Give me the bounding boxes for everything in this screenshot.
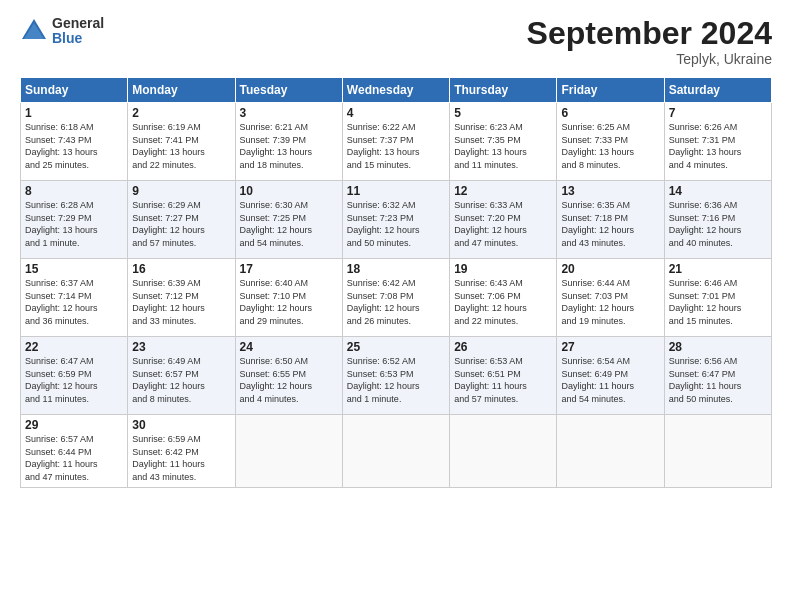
- day-number: 30: [132, 418, 230, 432]
- day-number: 6: [561, 106, 659, 120]
- day-info: Sunrise: 6:23 AMSunset: 7:35 PMDaylight:…: [454, 121, 552, 171]
- calendar-cell-1-2: 2Sunrise: 6:19 AMSunset: 7:41 PMDaylight…: [128, 103, 235, 181]
- day-number: 18: [347, 262, 445, 276]
- day-number: 10: [240, 184, 338, 198]
- day-number: 14: [669, 184, 767, 198]
- location-subtitle: Teplyk, Ukraine: [527, 51, 772, 67]
- day-info: Sunrise: 6:37 AMSunset: 7:14 PMDaylight:…: [25, 277, 123, 327]
- calendar-cell-5-6: [557, 415, 664, 487]
- day-number: 16: [132, 262, 230, 276]
- calendar-cell-3-6: 20Sunrise: 6:44 AMSunset: 7:03 PMDayligh…: [557, 259, 664, 337]
- day-info: Sunrise: 6:52 AMSunset: 6:53 PMDaylight:…: [347, 355, 445, 405]
- header: General Blue September 2024 Teplyk, Ukra…: [20, 16, 772, 67]
- weekday-header-row: Sunday Monday Tuesday Wednesday Thursday…: [21, 78, 772, 103]
- calendar-row-1: 1Sunrise: 6:18 AMSunset: 7:43 PMDaylight…: [21, 103, 772, 181]
- day-number: 26: [454, 340, 552, 354]
- calendar-cell-3-1: 15Sunrise: 6:37 AMSunset: 7:14 PMDayligh…: [21, 259, 128, 337]
- calendar-cell-5-3: [235, 415, 342, 487]
- calendar-cell-1-4: 4Sunrise: 6:22 AMSunset: 7:37 PMDaylight…: [342, 103, 449, 181]
- day-info: Sunrise: 6:32 AMSunset: 7:23 PMDaylight:…: [347, 199, 445, 249]
- logo-general-text: General: [52, 16, 104, 31]
- calendar-table: Sunday Monday Tuesday Wednesday Thursday…: [20, 77, 772, 487]
- day-number: 8: [25, 184, 123, 198]
- day-info: Sunrise: 6:39 AMSunset: 7:12 PMDaylight:…: [132, 277, 230, 327]
- logo-blue-text: Blue: [52, 31, 104, 46]
- calendar-cell-1-5: 5Sunrise: 6:23 AMSunset: 7:35 PMDaylight…: [450, 103, 557, 181]
- calendar-cell-4-7: 28Sunrise: 6:56 AMSunset: 6:47 PMDayligh…: [664, 337, 771, 415]
- calendar-cell-1-1: 1Sunrise: 6:18 AMSunset: 7:43 PMDaylight…: [21, 103, 128, 181]
- month-title: September 2024: [527, 16, 772, 51]
- day-number: 28: [669, 340, 767, 354]
- day-info: Sunrise: 6:47 AMSunset: 6:59 PMDaylight:…: [25, 355, 123, 405]
- calendar-cell-4-4: 25Sunrise: 6:52 AMSunset: 6:53 PMDayligh…: [342, 337, 449, 415]
- calendar-cell-2-4: 11Sunrise: 6:32 AMSunset: 7:23 PMDayligh…: [342, 181, 449, 259]
- day-info: Sunrise: 6:59 AMSunset: 6:42 PMDaylight:…: [132, 433, 230, 483]
- day-info: Sunrise: 6:46 AMSunset: 7:01 PMDaylight:…: [669, 277, 767, 327]
- day-info: Sunrise: 6:57 AMSunset: 6:44 PMDaylight:…: [25, 433, 123, 483]
- calendar-cell-5-5: [450, 415, 557, 487]
- title-block: September 2024 Teplyk, Ukraine: [527, 16, 772, 67]
- day-number: 29: [25, 418, 123, 432]
- calendar-cell-5-2: 30Sunrise: 6:59 AMSunset: 6:42 PMDayligh…: [128, 415, 235, 487]
- day-info: Sunrise: 6:50 AMSunset: 6:55 PMDaylight:…: [240, 355, 338, 405]
- logo-icon: [20, 17, 48, 45]
- header-sunday: Sunday: [21, 78, 128, 103]
- day-info: Sunrise: 6:19 AMSunset: 7:41 PMDaylight:…: [132, 121, 230, 171]
- day-info: Sunrise: 6:22 AMSunset: 7:37 PMDaylight:…: [347, 121, 445, 171]
- day-info: Sunrise: 6:33 AMSunset: 7:20 PMDaylight:…: [454, 199, 552, 249]
- day-info: Sunrise: 6:49 AMSunset: 6:57 PMDaylight:…: [132, 355, 230, 405]
- calendar-cell-2-3: 10Sunrise: 6:30 AMSunset: 7:25 PMDayligh…: [235, 181, 342, 259]
- calendar-cell-3-4: 18Sunrise: 6:42 AMSunset: 7:08 PMDayligh…: [342, 259, 449, 337]
- day-info: Sunrise: 6:54 AMSunset: 6:49 PMDaylight:…: [561, 355, 659, 405]
- calendar-cell-4-6: 27Sunrise: 6:54 AMSunset: 6:49 PMDayligh…: [557, 337, 664, 415]
- day-info: Sunrise: 6:28 AMSunset: 7:29 PMDaylight:…: [25, 199, 123, 249]
- day-number: 24: [240, 340, 338, 354]
- day-number: 12: [454, 184, 552, 198]
- day-number: 1: [25, 106, 123, 120]
- calendar-cell-4-1: 22Sunrise: 6:47 AMSunset: 6:59 PMDayligh…: [21, 337, 128, 415]
- day-number: 25: [347, 340, 445, 354]
- day-number: 5: [454, 106, 552, 120]
- day-number: 27: [561, 340, 659, 354]
- header-monday: Monday: [128, 78, 235, 103]
- day-number: 23: [132, 340, 230, 354]
- day-info: Sunrise: 6:29 AMSunset: 7:27 PMDaylight:…: [132, 199, 230, 249]
- calendar-cell-3-5: 19Sunrise: 6:43 AMSunset: 7:06 PMDayligh…: [450, 259, 557, 337]
- day-number: 19: [454, 262, 552, 276]
- calendar-cell-4-3: 24Sunrise: 6:50 AMSunset: 6:55 PMDayligh…: [235, 337, 342, 415]
- calendar-cell-2-5: 12Sunrise: 6:33 AMSunset: 7:20 PMDayligh…: [450, 181, 557, 259]
- calendar-row-4: 22Sunrise: 6:47 AMSunset: 6:59 PMDayligh…: [21, 337, 772, 415]
- calendar-cell-2-1: 8Sunrise: 6:28 AMSunset: 7:29 PMDaylight…: [21, 181, 128, 259]
- header-saturday: Saturday: [664, 78, 771, 103]
- calendar-cell-3-2: 16Sunrise: 6:39 AMSunset: 7:12 PMDayligh…: [128, 259, 235, 337]
- calendar-cell-4-2: 23Sunrise: 6:49 AMSunset: 6:57 PMDayligh…: [128, 337, 235, 415]
- page: General Blue September 2024 Teplyk, Ukra…: [0, 0, 792, 612]
- header-thursday: Thursday: [450, 78, 557, 103]
- calendar-row-3: 15Sunrise: 6:37 AMSunset: 7:14 PMDayligh…: [21, 259, 772, 337]
- calendar-row-5: 29Sunrise: 6:57 AMSunset: 6:44 PMDayligh…: [21, 415, 772, 487]
- logo-text: General Blue: [52, 16, 104, 47]
- day-number: 21: [669, 262, 767, 276]
- calendar-cell-1-6: 6Sunrise: 6:25 AMSunset: 7:33 PMDaylight…: [557, 103, 664, 181]
- day-number: 2: [132, 106, 230, 120]
- day-info: Sunrise: 6:21 AMSunset: 7:39 PMDaylight:…: [240, 121, 338, 171]
- day-number: 4: [347, 106, 445, 120]
- day-number: 13: [561, 184, 659, 198]
- calendar-cell-4-5: 26Sunrise: 6:53 AMSunset: 6:51 PMDayligh…: [450, 337, 557, 415]
- day-number: 15: [25, 262, 123, 276]
- day-info: Sunrise: 6:30 AMSunset: 7:25 PMDaylight:…: [240, 199, 338, 249]
- day-info: Sunrise: 6:25 AMSunset: 7:33 PMDaylight:…: [561, 121, 659, 171]
- calendar-cell-2-2: 9Sunrise: 6:29 AMSunset: 7:27 PMDaylight…: [128, 181, 235, 259]
- calendar-cell-2-6: 13Sunrise: 6:35 AMSunset: 7:18 PMDayligh…: [557, 181, 664, 259]
- day-info: Sunrise: 6:44 AMSunset: 7:03 PMDaylight:…: [561, 277, 659, 327]
- calendar-cell-2-7: 14Sunrise: 6:36 AMSunset: 7:16 PMDayligh…: [664, 181, 771, 259]
- day-number: 3: [240, 106, 338, 120]
- calendar-cell-5-1: 29Sunrise: 6:57 AMSunset: 6:44 PMDayligh…: [21, 415, 128, 487]
- day-number: 7: [669, 106, 767, 120]
- header-friday: Friday: [557, 78, 664, 103]
- calendar-cell-3-3: 17Sunrise: 6:40 AMSunset: 7:10 PMDayligh…: [235, 259, 342, 337]
- day-info: Sunrise: 6:43 AMSunset: 7:06 PMDaylight:…: [454, 277, 552, 327]
- day-info: Sunrise: 6:26 AMSunset: 7:31 PMDaylight:…: [669, 121, 767, 171]
- logo: General Blue: [20, 16, 104, 47]
- header-tuesday: Tuesday: [235, 78, 342, 103]
